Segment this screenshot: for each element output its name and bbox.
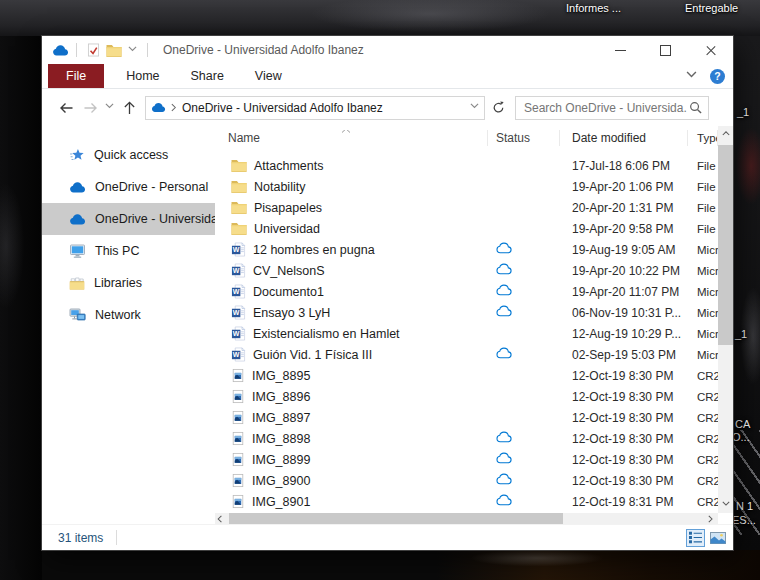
window-controls — [598, 36, 733, 64]
sidebar-item-onedrive-universidad[interactable]: OneDrive - Universidad — [42, 203, 215, 235]
file-date-cell: 19-Apr-20 9:58 PM — [560, 222, 688, 236]
main-content: Quick accessOneDrive - PersonalOneDrive … — [42, 126, 733, 513]
svg-text:W: W — [233, 267, 240, 274]
file-name-cell: IMG_8901 — [218, 494, 488, 509]
column-header-status[interactable]: Status — [488, 130, 560, 146]
file-row[interactable]: WDocumento119-Apr-20 11:07 PMMicr — [218, 281, 718, 302]
scroll-left-icon[interactable] — [215, 513, 227, 524]
properties-check-icon[interactable] — [87, 43, 100, 57]
file-name: IMG_8900 — [252, 474, 310, 488]
file-row[interactable]: IMG_889912-Oct-19 8:30 PMCR2 — [218, 449, 718, 470]
desktop-icon-label[interactable]: _1 — [735, 328, 747, 340]
minimize-button[interactable] — [598, 36, 643, 64]
file-row[interactable]: Attachments17-Jul-18 6:06 PMFile f — [218, 155, 718, 176]
breadcrumb-chevron-icon[interactable] — [171, 103, 177, 112]
scroll-right-icon[interactable] — [706, 513, 718, 524]
sidebar-item-libraries[interactable]: Libraries — [42, 267, 215, 299]
file-date-cell: 19-Apr-20 11:07 PM — [560, 285, 688, 299]
titlebar-separator — [147, 43, 148, 57]
search-icon[interactable] — [689, 101, 702, 114]
refresh-icon[interactable] — [488, 96, 508, 120]
titlebar-folder-icon[interactable] — [106, 44, 122, 57]
svg-text:W: W — [233, 330, 240, 337]
recent-locations-dropdown-icon[interactable] — [102, 96, 117, 120]
sidebar-item-this-pc[interactable]: This PC — [42, 235, 215, 267]
file-date-cell: 02-Sep-19 5:03 PM — [560, 348, 688, 362]
file-row[interactable]: WEnsayo 3 LyH06-Nov-19 10:31 P...Micr — [218, 302, 718, 323]
file-row[interactable]: IMG_890012-Oct-19 8:30 PMCR2 — [218, 470, 718, 491]
file-row[interactable]: IMG_889512-Oct-19 8:30 PMCR2 — [218, 365, 718, 386]
tab-share[interactable]: Share — [178, 64, 237, 88]
file-status-cell — [488, 263, 560, 278]
file-date-cell: 06-Nov-19 10:31 P... — [560, 306, 688, 320]
breadcrumb[interactable]: OneDrive - Universidad Adolfo Ibanez — [182, 101, 465, 115]
file-row[interactable]: WCV_NelsonS19-Apr-20 10:22 PMMicr — [218, 260, 718, 281]
column-headers: NameStatusDate modifiedType — [218, 128, 718, 148]
folder-icon — [231, 159, 247, 172]
search-box[interactable] — [515, 96, 709, 120]
folder-icon — [231, 222, 247, 235]
horizontal-scrollbar[interactable] — [215, 513, 718, 524]
column-header-date-modified[interactable]: Date modified — [560, 130, 688, 146]
address-bar[interactable]: OneDrive - Universidad Adolfo Ibanez — [145, 96, 485, 120]
search-input[interactable] — [522, 100, 689, 116]
file-row[interactable]: IMG_889612-Oct-19 8:30 PMCR2 — [218, 386, 718, 407]
file-name-cell: Notability — [218, 180, 488, 194]
desktop-icon-label[interactable]: N 1 — [736, 500, 753, 512]
desktop-icon-label[interactable]: _1 — [737, 106, 749, 118]
file-date-cell: 12-Oct-19 8:30 PM — [560, 432, 688, 446]
file-date-cell: 19-Apr-20 10:22 PM — [560, 264, 688, 278]
expand-ribbon-icon[interactable] — [686, 71, 697, 82]
address-dropdown-icon[interactable] — [470, 103, 479, 112]
file-type-cell: CR2 — [688, 391, 718, 403]
file-row[interactable]: W12 hombres en pugna19-Aug-19 9:05 AMMic… — [218, 239, 718, 260]
desktop-icon-label[interactable]: Informes ... — [566, 2, 621, 14]
large-icons-view-button[interactable] — [708, 529, 727, 547]
up-button[interactable] — [117, 96, 141, 120]
desktop-icon-label[interactable]: Entregable — [685, 2, 738, 14]
close-button[interactable] — [688, 36, 733, 64]
sort-ascending-icon[interactable] — [341, 130, 351, 133]
vertical-scrollbar-thumb[interactable] — [718, 145, 733, 345]
word-icon: W — [231, 242, 246, 257]
file-row[interactable]: WExistencialismo en Hamlet12-Aug-19 10:2… — [218, 323, 718, 344]
file-row[interactable]: WGuión Vid. 1 Física III02-Sep-19 5:03 P… — [218, 344, 718, 365]
sidebar-item-onedrive-personal[interactable]: OneDrive - Personal — [42, 171, 215, 203]
desktop-icon-label[interactable]: ES... — [732, 514, 756, 526]
cloud-status-icon — [496, 494, 512, 506]
maximize-button[interactable] — [643, 36, 688, 64]
tab-file[interactable]: File — [48, 64, 104, 88]
file-row[interactable]: IMG_889712-Oct-19 8:30 PMCR2 — [218, 407, 718, 428]
column-header-type[interactable]: Type — [688, 130, 718, 146]
file-type-cell: File f — [688, 223, 718, 235]
quick-access-toolbar-dropdown-icon[interactable] — [128, 46, 137, 55]
svg-text:W: W — [233, 246, 240, 253]
tab-home[interactable]: Home — [113, 64, 172, 88]
sidebar-item-quick-access[interactable]: Quick access — [42, 139, 215, 171]
column-header-name[interactable]: Name — [218, 130, 488, 146]
scroll-down-icon[interactable] — [718, 497, 733, 512]
back-button[interactable] — [54, 96, 78, 120]
cloud-status-icon — [496, 284, 512, 296]
cloud-status-icon — [496, 305, 512, 317]
desktop-icon-label[interactable]: O... — [732, 431, 750, 443]
network-icon — [69, 308, 86, 322]
file-row[interactable]: Pisapapeles20-Apr-20 1:31 PMFile f — [218, 197, 718, 218]
details-view-button[interactable] — [686, 529, 705, 547]
file-row[interactable]: IMG_890112-Oct-19 8:31 PMCR2 — [218, 491, 718, 512]
scroll-up-icon[interactable] — [718, 127, 733, 142]
forward-button[interactable] — [78, 96, 102, 120]
horizontal-scrollbar-thumb[interactable] — [229, 513, 563, 524]
desktop-wallpaper-bottom — [42, 550, 760, 580]
quick-access-icon — [69, 148, 85, 163]
file-row[interactable]: IMG_889812-Oct-19 8:30 PMCR2 — [218, 428, 718, 449]
vertical-scrollbar[interactable] — [718, 126, 733, 513]
desktop-icon-label[interactable]: CA — [735, 418, 750, 430]
file-row[interactable]: Notability19-Apr-20 1:06 PMFile f — [218, 176, 718, 197]
tab-view[interactable]: View — [242, 64, 295, 88]
sidebar-item-network[interactable]: Network — [42, 299, 215, 331]
help-icon[interactable]: ? — [710, 69, 725, 84]
file-row[interactable]: Universidad19-Apr-20 9:58 PMFile f — [218, 218, 718, 239]
file-type-cell: File f — [688, 202, 718, 214]
this-pc-icon — [69, 244, 86, 258]
